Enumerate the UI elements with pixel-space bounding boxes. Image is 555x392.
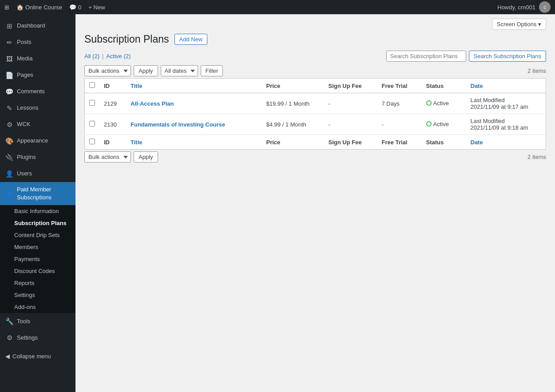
- sidebar-item-dashboard[interactable]: ⊞ Dashboard: [0, 18, 75, 34]
- row-date-2: Last Modified 2021/11/09 at 9:18 am: [466, 114, 546, 135]
- row-id-2: 2130: [99, 114, 126, 135]
- sidebar-item-users[interactable]: 👤 Users: [0, 166, 75, 182]
- new-label: + New: [88, 4, 105, 11]
- topbar-site[interactable]: 🏠 Online Course: [16, 4, 62, 11]
- submenu-item-payments[interactable]: Payments: [0, 253, 75, 265]
- search-input[interactable]: [386, 51, 466, 62]
- filter-links: All (2) | Active (2): [84, 53, 131, 59]
- tfoot-title-link[interactable]: Title: [131, 139, 143, 146]
- submenu-item-content-drip[interactable]: Content Drip Sets: [0, 229, 75, 241]
- th-id: ID: [99, 79, 126, 93]
- status-active-1: Active: [426, 100, 449, 107]
- th-date: Date: [466, 79, 546, 93]
- status-active-2: Active: [426, 121, 449, 127]
- home-icon: 🏠: [16, 4, 24, 11]
- table-header-row: ID Title Price Sign Up Fee Free Trial: [85, 79, 546, 93]
- comments-icon: 💬: [69, 4, 76, 11]
- screen-options-bar: Screen Options ▾: [84, 19, 546, 30]
- submenu-item-basic-info[interactable]: Basic Information: [0, 205, 75, 217]
- th-title-link[interactable]: Title: [131, 83, 143, 89]
- plugins-icon: 🔌: [5, 153, 13, 162]
- filter-button[interactable]: Filter: [201, 65, 223, 76]
- search-button[interactable]: Search Subscription Plans: [469, 51, 546, 62]
- sidebar-item-comments[interactable]: 💬 Comments: [0, 83, 75, 100]
- row-price-1: $19.99 / 1 Month: [262, 93, 324, 114]
- add-new-button[interactable]: Add New: [174, 34, 208, 45]
- sidebar-item-plugins[interactable]: 🔌 Plugins: [0, 149, 75, 166]
- user-greeting: Howdy, crn001: [497, 4, 535, 11]
- submenu: Basic Information Subscription Plans Con…: [0, 205, 75, 313]
- submenu-item-add-ons[interactable]: Add-ons: [0, 301, 75, 313]
- tfoot-date-link[interactable]: Date: [471, 139, 483, 146]
- table-row: 2130 Fundamentals of Investing Course $4…: [85, 114, 546, 135]
- topbar: ⊞ 🏠 Online Course 💬 0 + New Howdy, crn00…: [0, 0, 555, 14]
- submenu-item-reports[interactable]: Reports: [0, 277, 75, 289]
- row-free-trial-1: 7 Days: [377, 93, 422, 114]
- sidebar-item-tools[interactable]: 🔧 Tools: [0, 313, 75, 329]
- sidebar-item-appearance[interactable]: 🎨 Appearance: [0, 133, 75, 149]
- filter-all-link[interactable]: All (2): [84, 53, 99, 59]
- bulk-actions-select-top[interactable]: Bulk actions Delete: [84, 65, 131, 76]
- sidebar-item-media[interactable]: 🖼 Media: [0, 51, 75, 67]
- apply-button-top[interactable]: Apply: [134, 65, 158, 76]
- sidebar-label-plugins: Plugins: [17, 153, 36, 161]
- th-free-trial: Free Trial: [377, 79, 422, 93]
- select-all-footer-checkbox[interactable]: [89, 139, 95, 144]
- sidebar-label-users: Users: [17, 170, 32, 178]
- collapse-menu[interactable]: ◀ Collapse menu: [0, 349, 75, 363]
- sidebar-item-paid-member[interactable]: 👤 Paid Member Subscriptions: [0, 182, 75, 205]
- th-date-link[interactable]: Date: [471, 83, 483, 89]
- plan-link-1[interactable]: All-Access Plan: [131, 100, 174, 107]
- sidebar-label-pages: Pages: [17, 71, 33, 79]
- bulk-actions-select-bottom[interactable]: Bulk actions Delete: [84, 151, 131, 162]
- settings-icon: ⚙: [5, 333, 13, 342]
- date-filter-select[interactable]: All dates: [161, 65, 198, 76]
- tfoot-checkbox: [85, 135, 100, 150]
- sidebar-label-comments: Comments: [17, 87, 45, 95]
- row-checkbox-2: [85, 114, 100, 135]
- filter-active-link[interactable]: Active (2): [106, 53, 131, 59]
- screen-options-button[interactable]: Screen Options ▾: [492, 19, 546, 30]
- row-2-checkbox[interactable]: [89, 121, 95, 127]
- sidebar-label-settings: Settings: [17, 334, 38, 342]
- avatar: c: [539, 1, 551, 13]
- bottom-toolbar: Bulk actions Delete Apply 2 items: [84, 151, 546, 162]
- th-price: Price: [262, 79, 324, 93]
- sidebar-item-pages[interactable]: 📄 Pages: [0, 67, 75, 83]
- plan-link-2[interactable]: Fundamentals of Investing Course: [131, 121, 225, 128]
- submenu-item-subscription-plans[interactable]: Subscription Plans: [0, 217, 75, 229]
- sidebar-item-posts[interactable]: ✏ Posts: [0, 34, 75, 51]
- collapse-icon: ◀: [5, 353, 10, 360]
- submenu-item-settings[interactable]: Settings: [0, 289, 75, 301]
- page-title: Subscription Plans: [84, 33, 169, 45]
- row-title-1: All-Access Plan: [126, 93, 262, 114]
- th-signup-fee: Sign Up Fee: [324, 79, 377, 93]
- comments-count: 0: [78, 4, 81, 11]
- sidebar-label-lessons: Lessons: [17, 104, 38, 112]
- topbar-comments[interactable]: 💬 0: [69, 4, 81, 11]
- sidebar-label-posts: Posts: [17, 38, 32, 46]
- apply-button-bottom[interactable]: Apply: [134, 151, 158, 162]
- sidebar-label-paid-member: Paid Member Subscriptions: [17, 186, 70, 202]
- tools-icon: 🔧: [5, 317, 13, 326]
- row-1-checkbox[interactable]: [89, 100, 95, 106]
- page-title-row: Subscription Plans Add New: [84, 33, 546, 45]
- filters-row: All (2) | Active (2) Search Subscription…: [84, 51, 546, 62]
- submenu-item-discount-codes[interactable]: Discount Codes: [0, 265, 75, 277]
- select-all-checkbox[interactable]: [89, 82, 95, 88]
- topbar-new[interactable]: + New: [88, 4, 105, 11]
- sidebar-label-dashboard: Dashboard: [17, 22, 45, 30]
- sidebar-item-lessons[interactable]: ✎ Lessons: [0, 100, 75, 116]
- tfoot-title: Title: [126, 135, 262, 150]
- items-count-bottom: 2 items: [527, 154, 546, 160]
- sidebar-item-settings[interactable]: ⚙ Settings: [0, 329, 75, 346]
- sidebar-item-wck[interactable]: ⚙ WCK: [0, 116, 75, 133]
- status-dot-1: [426, 100, 432, 106]
- row-checkbox-1: [85, 93, 100, 114]
- row-date-1: Last Modified 2021/11/09 at 9:17 am: [466, 93, 546, 114]
- row-title-2: Fundamentals of Investing Course: [126, 114, 262, 135]
- wck-icon: ⚙: [5, 120, 13, 129]
- topbar-brand[interactable]: ⊞: [4, 4, 9, 11]
- posts-icon: ✏: [5, 38, 13, 47]
- submenu-item-members[interactable]: Members: [0, 241, 75, 253]
